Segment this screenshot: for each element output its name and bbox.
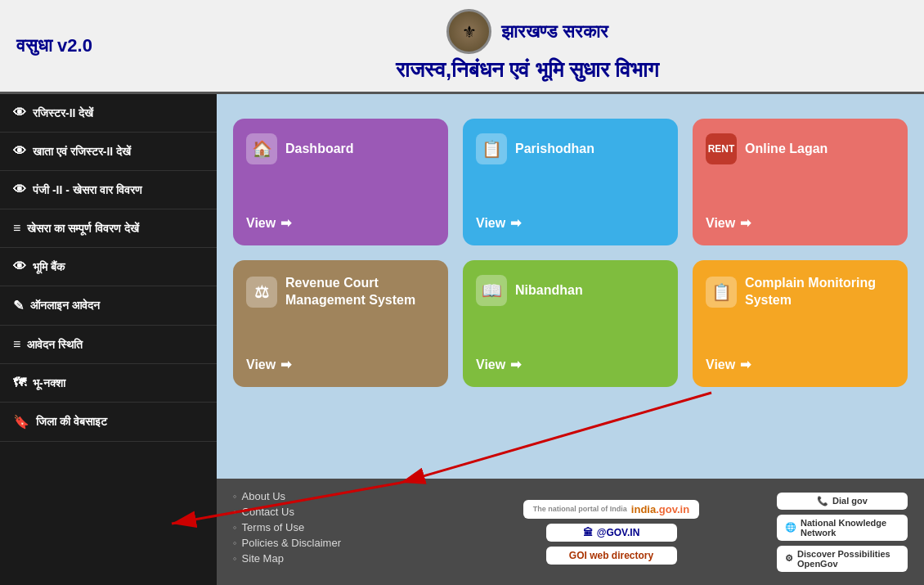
badge-dial-gov[interactable]: 📞 Dial gov bbox=[777, 493, 908, 510]
page-wrapper: वसुधा v2.0 ⚜ झारखण्ड सरकार राजस्व,निबंधन… bbox=[0, 0, 924, 585]
cards-grid: 🏠 Dashboard View ➡ 📋 Parishodhan bbox=[233, 110, 908, 395]
gov-logo-row: ⚜ झारखण्ड सरकार bbox=[446, 9, 608, 54]
header: वसुधा v2.0 ⚜ झारखण्ड सरकार राजस्व,निबंधन… bbox=[0, 0, 924, 94]
header-center: ⚜ झारखण्ड सरकार राजस्व,निबंधन एवं भूमि स… bbox=[147, 9, 908, 83]
badge-goi-directory[interactable]: GOI web directory bbox=[546, 547, 677, 565]
card-revenue-header: ⚖ Revenue Court Management System bbox=[246, 275, 435, 309]
footer-links: About Us Contact Us Terms of Use Policie… bbox=[217, 479, 462, 585]
footer-link-sitemap[interactable]: Site Map bbox=[242, 552, 284, 565]
sidebar: 👁 रजिस्टर-II देखें 👁 खाता एवं रजिस्टर-II… bbox=[0, 94, 217, 585]
badge-india-gov[interactable]: The national portal of India india.gov.i… bbox=[523, 500, 699, 519]
eye-icon: 👁 bbox=[13, 106, 26, 120]
lagan-icon: RENT bbox=[706, 133, 737, 164]
gov-name: झारखण्ड सरकार bbox=[501, 21, 608, 43]
sidebar-item-bhu-naksha[interactable]: 🗺 भू-नक्शा bbox=[0, 364, 217, 403]
badge-opengov[interactable]: ⚙ Discover Possibilities OpenGov bbox=[777, 546, 908, 572]
card-lagan-header: RENT Online Lagan bbox=[706, 133, 895, 164]
map-icon: 🗺 bbox=[13, 376, 26, 390]
dashboard-icon: 🏠 bbox=[246, 133, 277, 164]
card-complain-monitoring[interactable]: 📋 Complain Monitoring System View ➡ bbox=[693, 260, 908, 387]
card-complain-header: 📋 Complain Monitoring System bbox=[706, 275, 895, 309]
dept-name: राजस्व,निबंधन एवं भूमि सुधार विभाग bbox=[396, 57, 659, 83]
sidebar-item-khesra-full[interactable]: ≡ खेसरा का सम्पूर्ण विवरण देखें bbox=[0, 209, 217, 248]
footer-link-about[interactable]: About Us bbox=[242, 490, 285, 502]
nibandhan-view: View ➡ bbox=[476, 357, 665, 372]
edit-icon: ✎ bbox=[13, 298, 24, 313]
parishodhan-view: View ➡ bbox=[476, 215, 665, 231]
eye-icon: 👁 bbox=[13, 144, 26, 159]
card-parishodhan[interactable]: 📋 Parishodhan View ➡ bbox=[463, 119, 678, 245]
card-dashboard-header: 🏠 Dashboard bbox=[246, 133, 435, 164]
sidebar-item-aavedan-sthiti[interactable]: ≡ आवेदन स्थिति bbox=[0, 326, 217, 364]
card-parishodhan-header: 📋 Parishodhan bbox=[476, 133, 665, 164]
list-icon: ≡ bbox=[13, 221, 20, 236]
card-online-lagan[interactable]: RENT Online Lagan View ➡ bbox=[693, 119, 908, 245]
main-layout: 👁 रजिस्टर-II देखें 👁 खाता एवं रजिस्टर-II… bbox=[0, 94, 924, 585]
footer-middle: The national portal of India india.gov.i… bbox=[462, 479, 760, 585]
sidebar-item-panji2[interactable]: 👁 पंजी -II - खेसरा वार विवरण bbox=[0, 171, 217, 209]
footer-link-terms[interactable]: Terms of Use bbox=[242, 521, 305, 533]
card-nibandhan[interactable]: 📖 Nibandhan View ➡ bbox=[463, 260, 678, 387]
badge-gov-in[interactable]: 🏛 @GOV.IN bbox=[546, 524, 677, 542]
sidebar-item-bhumi-bank[interactable]: 👁 भूमि बैंक bbox=[0, 248, 217, 286]
footer-right: 📞 Dial gov 🌐 National Knowledge Network … bbox=[760, 479, 924, 585]
content-area: 🏠 Dashboard View ➡ 📋 Parishodhan bbox=[217, 94, 924, 479]
badge-nkn[interactable]: 🌐 National Knowledge Network bbox=[777, 515, 908, 541]
parishodhan-icon: 📋 bbox=[476, 133, 507, 164]
bookmark-icon: 🔖 bbox=[13, 414, 29, 430]
gov-emblem: ⚜ bbox=[446, 9, 491, 54]
dashboard-view: View ➡ bbox=[246, 215, 435, 231]
sidebar-item-khata-register2[interactable]: 👁 खाता एवं रजिस्टर-II देखें bbox=[0, 133, 217, 171]
sidebar-item-register2[interactable]: 👁 रजिस्टर-II देखें bbox=[0, 94, 217, 133]
sidebar-item-jila-website[interactable]: 🔖 जिला की वेबसाइट bbox=[0, 403, 217, 442]
eye-icon: 👁 bbox=[13, 182, 26, 197]
right-panel: 🏠 Dashboard View ➡ 📋 Parishodhan bbox=[217, 94, 924, 585]
footer-link-policies[interactable]: Policies & Disclaimer bbox=[242, 537, 341, 549]
complain-icon: 📋 bbox=[706, 277, 737, 308]
nibandhan-icon: 📖 bbox=[476, 275, 507, 306]
revenue-view: View ➡ bbox=[246, 357, 435, 372]
footer: About Us Contact Us Terms of Use Policie… bbox=[217, 479, 924, 585]
sidebar-item-online-aavedan[interactable]: ✎ ऑनलाइन आवेदन bbox=[0, 286, 217, 326]
eye-icon: 👁 bbox=[13, 259, 26, 274]
revenue-icon: ⚖ bbox=[246, 277, 277, 308]
card-nibandhan-header: 📖 Nibandhan bbox=[476, 275, 665, 306]
card-revenue-court[interactable]: ⚖ Revenue Court Management System View ➡ bbox=[233, 260, 448, 387]
card-dashboard[interactable]: 🏠 Dashboard View ➡ bbox=[233, 119, 448, 245]
lagan-view: View ➡ bbox=[706, 215, 895, 231]
footer-link-contact[interactable]: Contact Us bbox=[242, 506, 294, 518]
complain-view: View ➡ bbox=[706, 357, 895, 372]
logo-text: वसुधा v2.0 bbox=[16, 35, 147, 56]
list-icon: ≡ bbox=[13, 337, 20, 352]
